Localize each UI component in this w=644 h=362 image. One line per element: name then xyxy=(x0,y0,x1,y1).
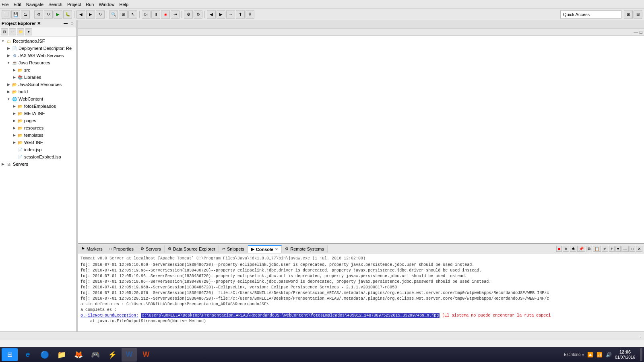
tree-item-pages[interactable]: ▶ 📂 pages xyxy=(0,117,76,124)
console-down-btn[interactable]: ▾ xyxy=(615,246,621,252)
console-scroll-lock-btn[interactable]: ✱ xyxy=(570,246,576,252)
nav1-btn[interactable]: ◀ xyxy=(207,10,216,19)
tree-item-sessionexp[interactable]: 📄 sessionExpired.jsp xyxy=(0,153,76,160)
fotosempleados-icon: 📂 xyxy=(17,103,23,109)
new-btn[interactable]: ⬜ xyxy=(2,10,10,19)
back-btn[interactable]: ◀ xyxy=(76,10,85,19)
taskbar-escritorio[interactable]: Escritorio » xyxy=(564,352,584,357)
tree-item-recordandojsf[interactable]: ▾ 🗂 RecordandoJSF xyxy=(0,37,76,45)
link-with-editor-btn[interactable]: ↔ xyxy=(9,28,16,35)
tab-properties[interactable]: □ Properties xyxy=(106,245,137,253)
taskbar-firefox[interactable]: 🦊 xyxy=(71,348,86,362)
tree-item-servers[interactable]: ▶ 🖥 Servers xyxy=(0,160,76,168)
layout-btn[interactable]: ⊞ xyxy=(119,10,128,19)
debug-btn[interactable]: 🐛 xyxy=(63,10,72,19)
step-btn[interactable]: ⇥ xyxy=(171,10,180,19)
tree-label-libraries: Libraries xyxy=(24,75,41,80)
tab-remotesys[interactable]: ⚙ Remote Systems xyxy=(282,245,328,253)
tree-item-jaxws[interactable]: ▶ ⚙ JAX-WS Web Services xyxy=(0,52,76,59)
config-btn[interactable]: ⚙ xyxy=(194,10,202,19)
server-btn[interactable]: ⚙ xyxy=(184,10,193,19)
menu-file[interactable]: File xyxy=(2,2,9,7)
pause-btn[interactable]: ⏸ xyxy=(151,10,160,19)
console-pin-btn[interactable]: 📌 xyxy=(577,246,585,252)
nav3-btn[interactable]: → xyxy=(226,10,235,19)
tree-item-webcontent[interactable]: ▾ 🌐 WebContent xyxy=(0,95,76,103)
taskbar-ie[interactable]: e xyxy=(20,348,35,362)
tab-datasource[interactable]: ⚙ Data Source Explorer xyxy=(165,245,219,253)
src-icon: 📂 xyxy=(17,67,23,73)
menu-search[interactable]: Search xyxy=(48,2,62,7)
editor-maximize-btn[interactable]: □ xyxy=(640,30,642,35)
quick-access-input[interactable] xyxy=(560,10,621,19)
select-btn[interactable]: ↖ xyxy=(128,10,137,19)
taskbar-chrome[interactable]: 🔵 xyxy=(37,348,52,362)
tree-item-jsres[interactable]: ▶ 📂 JavaScript Resources xyxy=(0,81,76,88)
tree-item-deploy[interactable]: ▶ 📄 Deployment Descriptor: Re xyxy=(0,45,76,52)
forward-btn[interactable]: ▶ xyxy=(86,10,95,19)
save-all-btn[interactable]: 🗂 xyxy=(21,10,30,19)
templates-icon: 📂 xyxy=(17,132,23,138)
menu-edit[interactable]: Edit xyxy=(14,2,21,7)
maximize-panel-btn[interactable]: □ xyxy=(70,21,74,26)
console-min-btn[interactable]: — xyxy=(621,246,629,252)
taskbar-word[interactable]: W xyxy=(122,348,137,362)
console-new-btn[interactable]: + xyxy=(609,246,615,252)
view-btn[interactable]: ⊟ xyxy=(634,10,642,19)
taskbar-app6[interactable]: ⚡ xyxy=(105,348,120,362)
zoom-btn[interactable]: 🔍 xyxy=(109,10,118,19)
console-close2-btn[interactable]: ✕ xyxy=(636,246,642,252)
tree-item-build[interactable]: ▶ 📂 build xyxy=(0,88,76,95)
run-btn[interactable]: ▶ xyxy=(54,10,62,19)
show-desktop-btn[interactable] xyxy=(640,348,642,361)
perspective-btn[interactable]: ⊞ xyxy=(624,10,633,19)
tab-snippets[interactable]: ✂ Snippets xyxy=(219,245,248,253)
tree-item-webinf[interactable]: ▶ 📂 WEB-INF xyxy=(0,139,76,146)
console-close-btn[interactable]: ✕ xyxy=(275,247,278,251)
taskbar-explorer[interactable]: 📁 xyxy=(54,348,69,362)
tree-item-metainf[interactable]: ▶ 📂 META-INF xyxy=(0,110,76,117)
refresh-btn[interactable]: ↻ xyxy=(44,10,53,19)
save-btn[interactable]: 💾 xyxy=(11,10,20,19)
menu-navigate[interactable]: Navigate xyxy=(26,2,43,7)
view-menu-btn[interactable]: ▾ xyxy=(25,28,32,35)
console-wrap-btn[interactable]: ↵ xyxy=(602,246,608,252)
next-btn[interactable]: ↻ xyxy=(96,10,105,19)
menu-project[interactable]: Project xyxy=(67,2,81,7)
console-copy-btn[interactable]: ⧉ xyxy=(586,246,592,252)
minimize-panel-btn[interactable]: — xyxy=(62,21,69,26)
editor-minimize-btn[interactable]: — xyxy=(634,30,638,35)
tree-item-fotosempleados[interactable]: ▶ 📂 fotosEmpleados xyxy=(0,103,76,110)
tree-item-javares[interactable]: ▾ ☕ Java Resources xyxy=(0,59,76,66)
tree-item-libraries[interactable]: ▶ 📚 Libraries xyxy=(0,74,76,81)
tab-markers[interactable]: ⚑ Markers xyxy=(78,245,106,253)
print-btn[interactable]: ⚙ xyxy=(34,10,43,19)
taskbar-app8[interactable]: W xyxy=(138,348,154,362)
taskbar-app5[interactable]: 🎮 xyxy=(88,348,103,362)
console-max-btn[interactable]: □ xyxy=(630,246,635,252)
stop-btn[interactable]: ■ xyxy=(161,10,170,19)
menu-help[interactable]: Help xyxy=(120,2,129,7)
console-stop-btn[interactable]: ■ xyxy=(556,246,562,252)
play-btn[interactable]: ▷ xyxy=(142,10,151,19)
tree-item-src[interactable]: ▶ 📂 src xyxy=(0,66,76,74)
editor-content: — □ xyxy=(78,29,644,243)
nav2-btn[interactable]: ▶ xyxy=(217,10,225,19)
tree-item-templates[interactable]: ▶ 📂 templates xyxy=(0,132,76,139)
nav5-btn[interactable]: ⬇ xyxy=(246,10,254,19)
menu-run[interactable]: Run xyxy=(86,2,94,7)
tree-item-resources[interactable]: ▶ 📂 resources xyxy=(0,124,76,132)
collapse-all-btn[interactable]: ⊟ xyxy=(1,28,8,35)
nav4-btn[interactable]: ⬆ xyxy=(236,10,245,19)
tab-servers[interactable]: ⚙ Servers xyxy=(137,245,165,253)
tree-arrow-resources: ▶ xyxy=(11,126,17,130)
start-button[interactable]: ⊞ xyxy=(2,348,18,361)
console-clear-btn[interactable]: ✕ xyxy=(563,246,569,252)
tree-item-indexjsp[interactable]: 📄 index.jsp xyxy=(0,146,76,153)
exception-link[interactable]: o.FileNotFoundException: xyxy=(80,313,138,318)
menu-window[interactable]: Window xyxy=(99,2,114,7)
tab-console[interactable]: ▶ Console ✕ xyxy=(248,245,282,253)
project-explorer-title-bar: Project Explorer ✕ — □ xyxy=(0,20,76,27)
new-folder-btn[interactable]: 📁 xyxy=(17,28,24,35)
console-paste-btn[interactable]: 📋 xyxy=(593,246,601,252)
